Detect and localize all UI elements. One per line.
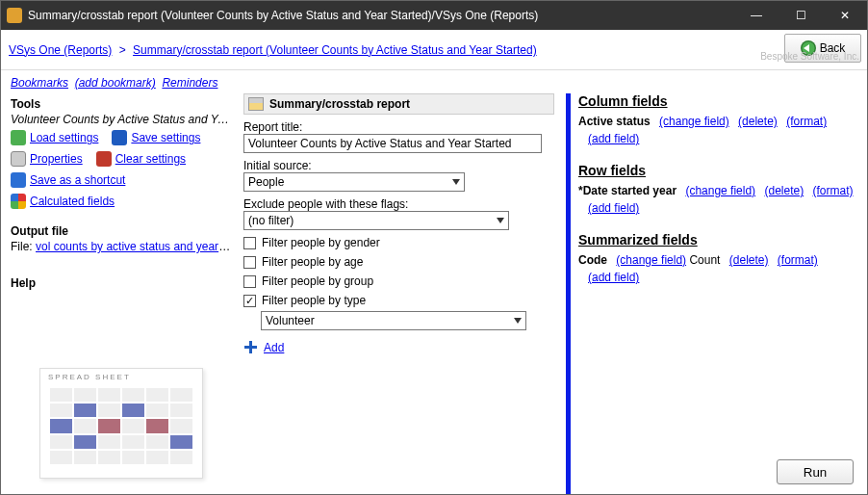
output-file-heading: Output file [11,224,232,238]
exclude-flags-combo[interactable]: (no filter) [243,211,509,230]
help-heading: Help [11,276,232,290]
clear-settings-link[interactable]: Clear settings [115,152,186,166]
column-delete-link[interactable]: (delete) [738,115,778,128]
section-header: Summary/crosstab report [243,93,554,115]
calculated-fields-link[interactable]: Calculated fields [30,195,115,208]
breadcrumb-root[interactable]: VSys One (Reports) [9,43,112,57]
summarized-delete-link[interactable]: (delete) [729,253,769,267]
row-fields-heading: Row fields [578,163,859,178]
run-button[interactable]: Run [777,459,854,484]
save-shortcut-link[interactable]: Save as a shortcut [30,173,125,187]
back-button[interactable]: Back [784,34,861,63]
load-settings-icon [11,130,26,145]
filter-type-checkbox[interactable] [243,295,256,307]
exclude-flags-label: Exclude people with these flags: [243,197,554,211]
initial-source-combo[interactable]: People [243,172,465,192]
calculated-fields-icon [11,194,26,209]
chevron-down-icon [452,179,460,185]
filter-group-checkbox[interactable] [243,275,256,288]
settings-panel: Summary/crosstab report Report title: In… [240,93,562,494]
section-icon [248,97,264,111]
filter-gender-checkbox[interactable] [243,237,256,249]
app-icon [7,8,22,23]
report-preview-image: SPREAD SHEET [39,368,203,479]
row-delete-link[interactable]: (delete) [764,184,804,197]
column-add-field-link[interactable]: (add field) [588,132,859,145]
clear-settings-icon [96,151,112,167]
report-subtitle: Volunteer Counts by Active Status and Ye… [11,113,232,126]
chevron-down-icon [514,318,522,324]
filter-gender-label: Filter people by gender [262,236,380,249]
column-fields-heading: Column fields [578,93,859,109]
initial-source-label: Initial source: [243,159,554,172]
row-format-link[interactable]: (format) [813,184,854,197]
shortcut-icon [11,172,26,188]
section-title: Summary/crosstab report [269,97,410,111]
fields-panel: Column fields Active status (change fiel… [576,93,867,494]
bookmarks-link[interactable]: Bookmarks [11,76,68,90]
report-title-input[interactable] [243,134,542,153]
back-arrow-icon [801,40,816,56]
properties-link[interactable]: Properties [30,152,83,166]
summarized-add-field-link[interactable]: (add field) [588,271,859,284]
filter-type-label: Filter people by type [262,294,366,307]
back-label: Back [820,41,846,55]
row-add-field-link[interactable]: (add field) [588,201,859,215]
breadcrumb: VSys One (Reports) > Summary/crosstab re… [9,43,537,57]
initial-source-value: People [248,175,284,189]
report-title-label: Report title: [243,120,554,134]
filter-type-combo[interactable]: Volunteer [261,311,526,330]
maximize-button[interactable]: ☐ [779,1,823,30]
add-bookmark-link[interactable]: (add bookmark) [75,76,156,90]
breadcrumb-bar: VSys One (Reports) > Summary/crosstab re… [1,30,867,70]
load-settings-link[interactable]: Load settings [30,131,98,144]
close-button[interactable]: ✕ [823,1,867,30]
breadcrumb-sep: > [115,43,130,57]
save-settings-link[interactable]: Save settings [131,131,200,144]
titlebar: Summary/crosstab report (Volunteer Count… [1,1,867,30]
filter-group-label: Filter people by group [262,274,373,288]
properties-icon [11,151,26,167]
app-window: Summary/crosstab report (Volunteer Count… [0,0,868,495]
left-panel: Tools Volunteer Counts by Active Status … [1,93,240,494]
breadcrumb-current[interactable]: Summary/crosstab report (Volunteer Count… [133,43,537,57]
plus-icon [243,340,258,354]
tools-heading: Tools [11,97,232,111]
summarized-stat: Count [689,253,720,267]
summarized-field-name: Code [578,253,607,267]
chevron-down-icon [497,218,504,223]
save-settings-icon [112,130,127,145]
divider [566,93,571,494]
summarized-change-field-link[interactable]: (change field) [616,253,686,267]
column-change-field-link[interactable]: (change field) [659,115,729,128]
exclude-flags-value: (no filter) [248,214,294,227]
column-format-link[interactable]: (format) [786,115,827,128]
output-file-link[interactable]: vol counts by active status and year sta… [36,240,232,253]
filter-age-checkbox[interactable] [243,256,256,269]
row-change-field-link[interactable]: (change field) [685,184,755,197]
minimize-button[interactable]: — [734,1,779,30]
filter-age-label: Filter people by age [262,255,363,269]
column-field-name: Active status [578,115,651,128]
linkbar: Bookmarks (add bookmark) Reminders [1,70,867,93]
summarized-format-link[interactable]: (format) [778,253,818,267]
filter-type-value: Volunteer [266,314,315,327]
summarized-fields-heading: Summarized fields [578,232,859,248]
reminders-link[interactable]: Reminders [162,76,217,90]
row-field-name: *Date started year [578,184,677,197]
file-prefix: File: [11,240,33,253]
add-filter-link[interactable]: Add [264,341,284,354]
preview-label: SPREAD SHEET [48,373,131,381]
window-title: Summary/crosstab report (Volunteer Count… [28,9,734,22]
